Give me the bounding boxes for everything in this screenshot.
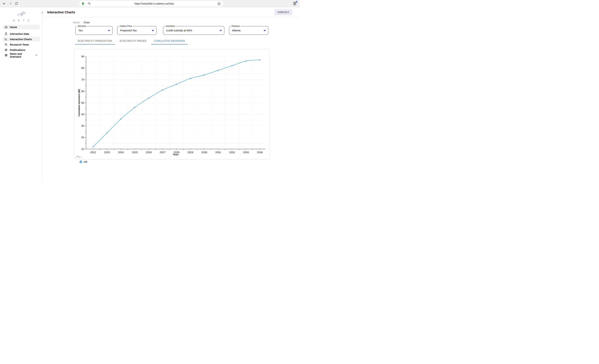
contact-button[interactable]: CONTACT [274,9,292,15]
hamburger-menu-icon[interactable] [293,1,297,6]
sidebar-item-interactive-data[interactable]: Interactive Data [2,31,40,36]
breadcrumb-separator: › [81,21,82,24]
net-zero-select[interactable]: Net-Zero Yes [75,26,113,35]
svg-text:20: 20 [81,136,84,139]
svg-text:2022: 2022 [90,151,96,154]
svg-text:2029: 2029 [187,151,193,154]
breadcrumb-home-link[interactable]: Home [73,21,80,24]
reload-icon[interactable] [14,1,18,6]
province-value: Alberta [232,29,240,32]
svg-text:80: 80 [81,67,84,69]
province-label: Province [231,25,241,27]
tab-electricity-production[interactable]: ELECTRICITY PRODUCTION [75,38,115,44]
dropdown-caret-icon [152,30,154,31]
incentives-value: ccs90 subsidy at 50% [166,29,192,32]
svg-text:30: 30 [81,124,84,127]
sidebar-item-interactive-charts[interactable]: Interactive Charts [2,37,40,42]
sidebar-item-research-team[interactable]: Research Team [2,42,40,47]
svg-text:Years: Years [173,153,178,156]
svg-text:2033: 2033 [243,151,249,154]
chart-legend[interactable]: AB [79,160,87,163]
svg-text:2025: 2025 [132,151,138,154]
sidebar: N E T S Home Interactive Data Interactiv… [0,7,42,182]
dropdown-caret-icon [220,30,222,31]
page-header: Interactive Charts CONTACT [42,7,300,17]
forward-arrow-icon[interactable] [8,1,12,6]
main-panel: Interactive Charts CONTACT Home › Chart … [42,7,300,182]
sidebar-item-publications[interactable]: Publications [2,47,40,52]
svg-text:60: 60 [81,90,84,93]
svg-text:2034: 2034 [257,151,263,154]
content-area: Home › Chart Net-Zero Yes Carbon Price P… [42,17,300,182]
net-zero-value: Yes [78,29,83,32]
svg-text:50: 50 [81,101,84,104]
sidebar-item-news-and-outreach[interactable]: News and Outreach [2,53,40,58]
url-text[interactable]: https://nets2050-2.carleton.ca/chart [91,2,218,5]
breadcrumb: Home › Chart [73,21,90,24]
svg-text:2030: 2030 [201,151,207,154]
svg-text:70: 70 [81,78,84,81]
svg-text:2024: 2024 [118,151,124,154]
chart-card: 1020304050607080902022202320242025202620… [74,49,270,159]
chat-sparkle-bubble-icon[interactable] [218,2,221,5]
nets-logo: N E T S [0,10,42,22]
tab-cumulative-emissions[interactable]: CUMULATIVE EMISSIONS [151,38,188,44]
carbon-price-value: Proposed-Tax [120,29,137,32]
svg-text:40: 40 [81,113,84,116]
browser-toolbar: https://nets2050-2.carleton.ca/chart [0,0,300,7]
logo-wordmark: N E T S [0,19,42,22]
cumulative-emissions-chart[interactable]: 1020304050607080902022202320242025202620… [75,49,270,160]
chart-tabs: ELECTRICITY PRODUCTION ELECTRICITY PRICE… [75,38,188,44]
zoom-out-magnifier-icon[interactable] [88,2,91,5]
people-icon [5,43,8,46]
sidebar-nav: Home Interactive Data Interactive Charts… [0,25,42,58]
legend-dot [79,160,82,163]
incentives-label: Incentives [165,25,176,27]
sidebar-collapse-button[interactable] [40,10,45,15]
svg-text:Cumulative emissions (Mt): Cumulative emissions (Mt) [78,89,80,116]
svg-text:2023: 2023 [104,151,110,154]
sidebar-item-home[interactable]: Home [2,25,40,29]
back-arrow-icon[interactable] [2,1,6,6]
svg-text:90: 90 [81,55,84,58]
chevron-down-icon [35,54,38,57]
incentives-select[interactable]: Incentives ccs90 subsidy at 50% [163,26,224,35]
carbon-price-select[interactable]: Carbon Price Proposed-Tax [117,26,157,35]
dropdown-caret-icon [264,30,266,31]
net-zero-label: Net-Zero [77,25,87,27]
person-pin-icon [5,32,8,35]
dropdown-caret-icon [108,30,110,31]
svg-text:10: 10 [81,147,84,150]
home-icon [5,26,8,29]
address-bar[interactable]: https://nets2050-2.carleton.ca/chart [79,1,223,6]
divider [86,2,86,5]
svg-text:2031: 2031 [215,151,221,154]
notification-dot [296,1,297,3]
line-chart-icon [5,38,8,41]
svg-text:2027: 2027 [160,151,166,154]
legend-label: AB [84,160,87,163]
svg-text:2026: 2026 [146,151,151,154]
carbon-price-label: Carbon Price [119,25,133,27]
site-secure-shield-icon[interactable] [81,2,85,5]
tab-electricity-prices[interactable]: ELECTRICITY PRICES [117,38,149,44]
page-title: Interactive Charts [47,10,75,14]
svg-text:2032: 2032 [229,151,235,154]
distribution-waves-icon [75,155,84,159]
edit-icon [5,48,8,52]
newspaper-icon [5,54,8,57]
breadcrumb-current: Chart [84,21,90,24]
province-select[interactable]: Province Alberta [229,26,268,35]
